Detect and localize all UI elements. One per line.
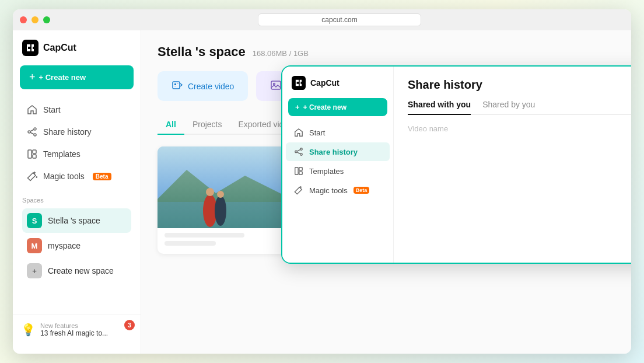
sidebar-space-myspace[interactable]: M myspace bbox=[22, 233, 131, 258]
popup-main: Share history Shared with you Shared by … bbox=[393, 67, 631, 263]
svg-rect-8 bbox=[33, 155, 36, 158]
new-features-sub: 13 fresh AI magic to... bbox=[40, 329, 108, 337]
new-features-title: New features bbox=[40, 322, 108, 329]
create-new-button[interactable]: + + Create new bbox=[20, 65, 134, 89]
svg-rect-13 bbox=[173, 82, 180, 89]
svg-rect-47 bbox=[299, 172, 302, 174]
popup-start-label: Start bbox=[309, 128, 325, 137]
popup-sidebar-item-magic-tools[interactable]: Magic tools Beta bbox=[286, 181, 390, 200]
page-title: Stella 's space bbox=[158, 44, 246, 60]
svg-rect-7 bbox=[33, 150, 36, 153]
sidebar-item-templates[interactable]: Templates bbox=[18, 144, 136, 165]
share-history-popup: CapCut + + Create new Start bbox=[281, 65, 631, 264]
templates-icon bbox=[27, 149, 37, 159]
svg-rect-15 bbox=[174, 86, 176, 86]
sidebar-templates-label: Templates bbox=[43, 149, 80, 159]
svg-rect-16 bbox=[177, 83, 178, 84]
svg-point-2 bbox=[28, 131, 30, 133]
maximize-button[interactable] bbox=[43, 16, 50, 23]
browser-body: CapCut + + Create new Start bbox=[13, 30, 631, 354]
svg-rect-17 bbox=[271, 81, 281, 89]
meta-line-2 bbox=[164, 241, 216, 246]
create-image-icon bbox=[270, 79, 282, 93]
popup-tab-shared-with-you[interactable]: Shared with you bbox=[408, 100, 471, 115]
popup-magic-label: Magic tools bbox=[309, 186, 348, 195]
media-thumb-couple bbox=[158, 146, 286, 228]
close-button[interactable] bbox=[20, 16, 27, 23]
browser-window: capcut.com CapCut + + Create new bbox=[13, 9, 631, 354]
svg-line-43 bbox=[297, 149, 300, 151]
popup-create-new-label: + Create new bbox=[303, 103, 346, 111]
svg-rect-14 bbox=[174, 83, 176, 85]
popup-templates-icon bbox=[294, 166, 303, 176]
popup-share-label: Share history bbox=[309, 148, 358, 156]
popup-sidebar-item-templates[interactable]: Templates bbox=[286, 162, 390, 180]
myspace-label: myspace bbox=[48, 241, 80, 250]
sidebar-start-label: Start bbox=[43, 105, 61, 114]
create-space-avatar: + bbox=[27, 263, 42, 278]
spaces-label: Spaces bbox=[22, 197, 131, 204]
svg-rect-6 bbox=[28, 150, 32, 158]
capcut-logo-icon bbox=[22, 40, 38, 56]
tab-all[interactable]: All bbox=[158, 115, 184, 135]
popup-video-name-field: Video name bbox=[408, 124, 631, 133]
popup-wand-icon bbox=[294, 186, 303, 195]
popup-logo-area: CapCut bbox=[282, 76, 393, 98]
meta-line-1 bbox=[164, 233, 244, 238]
svg-point-3 bbox=[34, 134, 36, 136]
svg-point-1 bbox=[34, 128, 36, 130]
svg-point-23 bbox=[206, 188, 214, 196]
sidebar: CapCut + + Create new Start bbox=[13, 30, 141, 354]
wand-icon bbox=[27, 171, 37, 182]
sidebar-item-start[interactable]: Start bbox=[18, 99, 136, 120]
stella-avatar: S bbox=[27, 213, 42, 228]
new-features-count-badge: 3 bbox=[124, 320, 135, 330]
sidebar-item-share-history[interactable]: Share history bbox=[18, 121, 136, 142]
plus-icon: + bbox=[29, 71, 36, 83]
svg-point-24 bbox=[215, 196, 226, 226]
create-space-label: Create new space bbox=[48, 266, 114, 275]
media-card-1[interactable] bbox=[158, 146, 286, 254]
magic-tools-beta-badge: Beta bbox=[93, 173, 111, 180]
svg-point-25 bbox=[217, 191, 224, 198]
create-new-label: + Create new bbox=[39, 73, 86, 82]
tab-projects[interactable]: Projects bbox=[184, 115, 230, 135]
sidebar-item-magic-tools[interactable]: Magic tools Beta bbox=[18, 166, 136, 187]
sidebar-share-label: Share history bbox=[43, 127, 91, 137]
page-header: Stella 's space 168.06MB / 1GB bbox=[158, 44, 615, 60]
main-content: Stella 's space 168.06MB / 1GB bbox=[141, 30, 631, 354]
create-video-button[interactable]: Create video bbox=[158, 71, 248, 101]
new-features-bar[interactable]: 💡 New features 13 fresh AI magic to... 3 bbox=[13, 315, 141, 344]
svg-line-4 bbox=[30, 130, 34, 131]
new-features-text-block: New features 13 fresh AI magic to... bbox=[40, 322, 108, 337]
address-bar[interactable]: capcut.com bbox=[258, 13, 421, 26]
popup-tabs: Shared with you Shared by you bbox=[408, 100, 631, 115]
popup-share-icon bbox=[294, 147, 303, 156]
logo-area: CapCut bbox=[13, 40, 141, 65]
storage-info: 168.06MB / 1GB bbox=[253, 49, 309, 58]
sidebar-space-stella[interactable]: S Stella 's space bbox=[22, 208, 131, 233]
popup-magic-tools-beta-badge: Beta bbox=[354, 187, 370, 194]
myspace-avatar: M bbox=[27, 238, 42, 253]
popup-title: Share history bbox=[408, 78, 631, 92]
popup-sidebar-item-share-history[interactable]: Share history bbox=[286, 142, 390, 161]
popup-sidebar-item-start[interactable]: Start bbox=[286, 123, 390, 142]
svg-line-44 bbox=[297, 152, 300, 154]
popup-create-new-button[interactable]: + + Create new bbox=[288, 98, 387, 116]
sidebar-create-new-space[interactable]: + Create new space bbox=[22, 259, 131, 283]
svg-rect-46 bbox=[299, 167, 302, 170]
minimize-button[interactable] bbox=[32, 16, 38, 23]
home-icon bbox=[27, 104, 37, 115]
svg-rect-45 bbox=[295, 167, 298, 174]
svg-rect-0 bbox=[22, 40, 38, 56]
popup-sidebar: CapCut + + Create new Start bbox=[282, 67, 393, 263]
share-icon bbox=[27, 127, 37, 137]
sidebar-magic-label: Magic tools bbox=[43, 172, 85, 181]
svg-line-5 bbox=[30, 132, 34, 134]
browser-titlebar: capcut.com bbox=[13, 9, 631, 30]
media-card-meta-1 bbox=[158, 228, 286, 254]
svg-point-40 bbox=[300, 148, 303, 151]
new-features-icon: 💡 bbox=[21, 323, 36, 337]
popup-tab-shared-by-you[interactable]: Shared by you bbox=[482, 100, 535, 114]
popup-templates-label: Templates bbox=[309, 167, 344, 176]
